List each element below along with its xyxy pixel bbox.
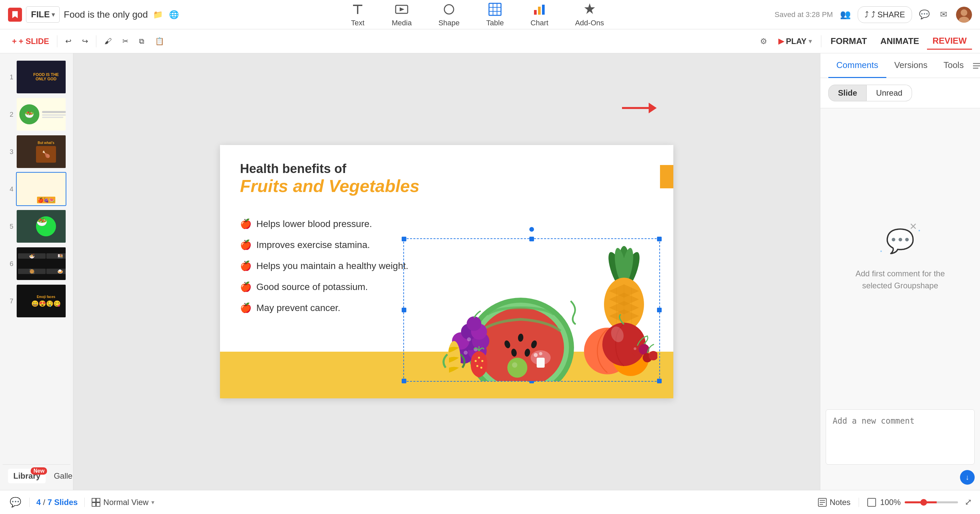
tools-tab[interactable]: Tools (935, 53, 972, 78)
copy-button[interactable]: ⧉ (135, 34, 148, 48)
undo-button[interactable]: ↩ (61, 34, 75, 48)
slide-thumb-1[interactable]: FOOD IS THEONLY GOD (16, 60, 66, 94)
svg-point-41 (467, 337, 471, 341)
slide-thumb-6[interactable]: 🍜 🍱 🥘 🍛 (16, 247, 66, 281)
svg-rect-11 (534, 10, 537, 15)
fruit-illustration (404, 239, 659, 381)
settings-button[interactable]: ⚙ (757, 35, 770, 48)
comments-chat-button[interactable]: 💬 (8, 495, 23, 510)
user-avatar[interactable] (956, 7, 972, 23)
bullet-2: 🍎 Improves exercise stamina. (240, 239, 408, 250)
panel-bottom-tabs: Library New Gallery (3, 464, 70, 487)
slide-item-row-3: 3 But what's 🍗 (7, 135, 66, 169)
zoom-slider[interactable] (905, 501, 958, 503)
rotate-handle[interactable] (529, 227, 534, 232)
comments-tab[interactable]: Comments (828, 53, 886, 78)
add-comment-input[interactable] (833, 416, 968, 456)
bullet-5: 🍎 May prevent cancer. (240, 302, 408, 313)
paste-button[interactable]: 📋 (151, 34, 168, 48)
main-content: 1 FOOD IS THEONLY GOD 2 🥗 (0, 53, 980, 490)
fruit-group-selection[interactable] (403, 238, 660, 382)
view-button[interactable]: Normal View ▾ (91, 498, 154, 507)
filter-unread-button[interactable]: Unread (867, 85, 912, 101)
svg-point-49 (478, 356, 480, 359)
svg-point-48 (475, 360, 477, 362)
slide-item-row-7: 7 Emoji faces 😀😍🤤😋 (7, 284, 66, 318)
slide-thumb-5[interactable]: 🥗 (16, 209, 66, 243)
gallery-tab[interactable]: Gallery (48, 469, 73, 483)
format-tab[interactable]: FORMAT (825, 33, 872, 49)
fullscreen-button[interactable]: ⤢ (965, 497, 972, 507)
filter-slide-button[interactable]: Slide (828, 85, 867, 101)
add-comment-box (826, 409, 975, 465)
tool-table[interactable]: Table (481, 0, 509, 30)
presentation-title: Food is the only god (64, 10, 148, 20)
slide-thumb-2[interactable]: 🥗 (16, 97, 66, 131)
top-bar-right: Saved at 3:28 PM 👥 ⤴ ⤴ SHARE 💬 ✉ (775, 6, 972, 23)
plus-icon: + (12, 37, 17, 46)
notes-icon (818, 498, 827, 507)
library-tab[interactable]: Library New (8, 469, 46, 483)
svg-point-57 (534, 353, 538, 357)
divider-bottom-1 (29, 498, 30, 507)
tool-addons[interactable]: Add-Ons (570, 0, 609, 30)
svg-rect-64 (973, 63, 980, 64)
paint-format-button[interactable]: 🖌 (100, 34, 116, 48)
svg-point-58 (539, 352, 542, 355)
table-tool-icon (488, 2, 502, 17)
tool-shape[interactable]: Shape (433, 0, 465, 30)
slide-list: 1 FOOD IS THEONLY GOD 2 🥗 (3, 56, 70, 461)
comment-bubble-icon: 💬 (886, 228, 915, 255)
addons-tool-icon (582, 2, 597, 17)
svg-rect-65 (973, 65, 980, 66)
add-slide-button[interactable]: + + SLIDE (8, 34, 53, 49)
tool-text[interactable]: Text (345, 0, 370, 30)
file-menu-button[interactable]: FILE ▾ (26, 6, 60, 23)
versions-tab[interactable]: Versions (886, 53, 935, 78)
svg-rect-12 (538, 7, 541, 15)
folder-icon[interactable]: 📁 (152, 9, 164, 21)
apple-icon-5: 🍎 (240, 302, 252, 313)
slide-thumb-7[interactable]: Emoji faces 😀😍🤤😋 (16, 284, 66, 318)
chat-icon[interactable]: 💬 (917, 8, 931, 22)
bullet-list: 🍎 Helps lower blood pressure. 🍎 Improves… (240, 218, 408, 313)
animate-tab[interactable]: ANIMATE (875, 33, 925, 49)
tool-media[interactable]: Media (387, 0, 417, 30)
apple-icon-3: 🍎 (240, 260, 252, 271)
new-badge: New (31, 467, 47, 475)
scissors-button[interactable]: ✂ (118, 34, 132, 48)
comments-empty-text: Add first comment for the selected Group… (855, 268, 945, 292)
slide-item-row-1: 1 FOOD IS THEONLY GOD (7, 60, 66, 94)
tool-chart[interactable]: Chart (525, 0, 554, 30)
app-icon (8, 8, 22, 22)
slide-title-top: Health benefits of (240, 162, 419, 176)
slide-thumb-4[interactable]: 🍎🍇🍉 (16, 172, 66, 206)
collaborators-icon[interactable]: 👥 (838, 8, 852, 22)
comments-filter: Slide Unread (820, 78, 980, 108)
view-dropdown-icon: ▾ (151, 499, 154, 506)
svg-point-52 (480, 367, 482, 369)
title-icons: 📁 🌐 (152, 9, 180, 21)
bullet-3: 🍎 Helps you maintain a healthy weight. (240, 260, 408, 271)
divider-3 (821, 35, 821, 47)
bottom-right: Notes 100% ⤢ (818, 497, 972, 507)
scroll-down-button[interactable]: ↓ (960, 470, 975, 485)
apple-icon-1: 🍎 (240, 218, 252, 229)
svg-marker-4 (400, 7, 404, 11)
globe-icon[interactable]: 🌐 (168, 9, 180, 21)
redo-button[interactable]: ↪ (78, 34, 92, 48)
chart-tool-icon (532, 2, 547, 17)
svg-rect-2 (357, 5, 358, 14)
divider-1 (57, 35, 57, 47)
bullet-4: 🍎 Good source of potassium. (240, 281, 408, 292)
play-button[interactable]: ▶ PLAY ▾ (778, 37, 812, 46)
review-tab[interactable]: REVIEW (927, 33, 972, 50)
notification-icon[interactable]: ✉ (937, 8, 951, 22)
top-bar-left: FILE ▾ Food is the only god 📁 🌐 (8, 6, 180, 23)
notes-button[interactable]: Notes (818, 498, 851, 507)
slide-thumb-3[interactable]: But what's 🍗 (16, 135, 66, 169)
share-button[interactable]: ⤴ ⤴ SHARE (858, 6, 912, 23)
slide-panel: 1 FOOD IS THEONLY GOD 2 🥗 (0, 53, 73, 490)
slide-canvas: Health benefits of Fruits and Vegetables… (220, 145, 673, 398)
slide-title-colored: Fruits and Vegetables (240, 176, 419, 196)
